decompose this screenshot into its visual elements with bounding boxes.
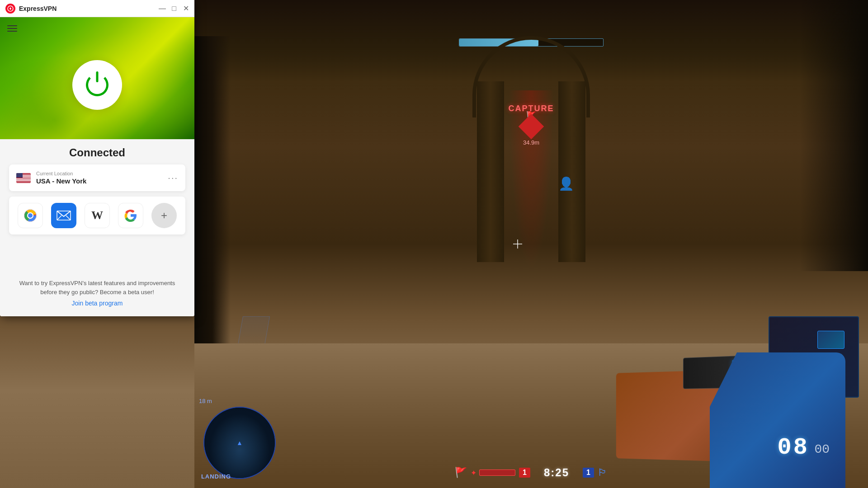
shortcut-wikipedia[interactable]: W	[85, 203, 110, 228]
hud-bottom: 🚩 ✦ 1 8:25 1 🏳	[194, 466, 868, 479]
shortcut-mail[interactable]	[51, 203, 76, 228]
location-more-button[interactable]: ···	[168, 173, 178, 183]
health-icon: ✦	[471, 469, 476, 477]
google-icon	[123, 208, 138, 223]
power-icon	[84, 71, 111, 99]
scene-pillar-right	[800, 0, 868, 271]
hamburger-line-1	[7, 25, 17, 26]
menu-button[interactable]	[7, 23, 17, 33]
close-button[interactable]: ✕	[183, 5, 189, 12]
enemy-indicator: 👤	[558, 176, 574, 191]
vpn-window: ExpressVPN — □ ✕ Connected	[0, 0, 194, 316]
hud-score-left: 🚩 ✦ 1	[455, 467, 530, 479]
game-scene: CAPTURE 🚩 34.9m 👤	[194, 0, 868, 488]
crosshair	[513, 239, 522, 249]
add-icon: +	[161, 209, 167, 222]
shortcut-add-button[interactable]: +	[151, 203, 177, 228]
location-name: USA - New York	[36, 177, 162, 185]
chrome-icon	[23, 208, 38, 223]
vpn-app-name: ExpressVPN	[19, 5, 57, 12]
shortcut-google[interactable]	[118, 203, 143, 228]
hud-health-bar: ✦	[471, 469, 515, 477]
power-button[interactable]	[72, 60, 122, 110]
shortcut-chrome[interactable]	[18, 203, 43, 228]
flag-blue-icon: 🏳	[598, 467, 608, 479]
hud-ammo: 08	[778, 434, 809, 461]
score-badge-left: 1	[519, 468, 530, 478]
health-bar	[479, 469, 515, 476]
beta-link[interactable]: Join beta program	[72, 300, 123, 307]
capture-diamond	[519, 114, 544, 140]
mail-icon	[56, 209, 71, 222]
location-flag	[16, 173, 31, 183]
power-icon-circle	[86, 74, 108, 96]
vpn-location-card[interactable]: Current Location USA - New York ···	[9, 164, 185, 191]
wiki-letter: W	[91, 209, 103, 222]
capture-distance: 34.9m	[522, 139, 540, 146]
location-info: Current Location USA - New York	[36, 171, 162, 185]
flag-red-icon: 🚩	[455, 467, 467, 479]
minimize-button[interactable]: —	[159, 5, 165, 12]
vpn-beta-banner: Want to try ExpressVPN's latest features…	[0, 272, 194, 316]
hamburger-line-3	[7, 31, 17, 32]
game-weapon	[574, 307, 845, 488]
vpn-status-text: Connected	[0, 139, 194, 164]
vpn-titlebar: ExpressVPN — □ ✕	[0, 0, 194, 17]
hud-timer: 8:25	[544, 466, 569, 479]
vpn-logo-icon	[5, 4, 15, 14]
flag-canton	[16, 173, 23, 178]
minimap-distance: 18 m	[199, 398, 212, 404]
beta-message: Want to try ExpressVPN's latest features…	[14, 279, 181, 296]
capture-marker: 🚩 34.9m	[522, 117, 540, 146]
vpn-logo: ExpressVPN	[5, 4, 57, 14]
game-arch	[441, 36, 622, 262]
vpn-header	[0, 17, 194, 139]
minimap-player-indicator: ▲	[236, 439, 243, 446]
vpn-logo-svg	[7, 5, 14, 12]
hud-ammo-reserve: 00	[814, 442, 830, 456]
hud-score-right: 1 🏳	[583, 467, 608, 479]
minimap-label: LANDING	[201, 473, 231, 480]
minimap: ▲	[203, 407, 276, 479]
maximize-button[interactable]: □	[171, 5, 177, 12]
vpn-shortcuts: W +	[9, 197, 185, 235]
svg-point-7	[28, 213, 33, 218]
hamburger-line-2	[7, 28, 17, 29]
score-badge-right: 1	[583, 468, 594, 478]
location-label: Current Location	[36, 171, 162, 176]
vpn-titlebar-controls: — □ ✕	[159, 5, 189, 12]
minimap-inner: ▲	[204, 408, 275, 478]
